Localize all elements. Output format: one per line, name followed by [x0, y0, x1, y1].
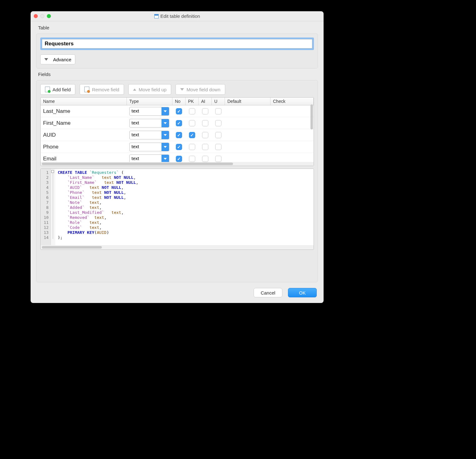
zoom-window-icon[interactable]	[47, 14, 51, 18]
pk-checkbox[interactable]	[189, 108, 195, 114]
fields-pane: Add field Remove field Move field up Mov…	[36, 80, 318, 282]
chevron-down-icon[interactable]	[161, 107, 169, 115]
chevron-down-icon[interactable]	[161, 155, 169, 162]
table-row[interactable]: AUIDtext	[41, 129, 314, 141]
close-window-icon[interactable]	[34, 14, 38, 18]
field-type-combo[interactable]: text	[129, 107, 169, 116]
minimize-window-icon	[40, 14, 44, 18]
chevron-down-icon[interactable]	[161, 119, 169, 127]
sql-fold-gutter[interactable]	[51, 169, 55, 245]
advance-button[interactable]: Advance	[40, 54, 75, 64]
field-type-combo[interactable]: text	[129, 119, 169, 128]
add-field-label: Add field	[52, 87, 71, 92]
field-type-value: text	[130, 119, 161, 127]
notnull-checkbox[interactable]	[176, 144, 182, 150]
field-type-value: text	[130, 143, 161, 151]
field-name[interactable]: First_Name	[41, 120, 127, 126]
table-row[interactable]: Last_Nametext	[41, 105, 314, 117]
col-header-default[interactable]: Default	[225, 98, 270, 105]
unique-checkbox[interactable]	[215, 144, 221, 150]
col-header-u[interactable]: U	[212, 98, 225, 105]
sql-preview: 1 2 3 4 5 6 7 8 9 10 11 12 13 14 CREATE …	[40, 169, 314, 250]
notnull-checkbox[interactable]	[176, 156, 182, 162]
notnull-checkbox[interactable]	[176, 132, 182, 138]
pk-checkbox[interactable]	[189, 156, 195, 162]
sql-line-gutter: 1 2 3 4 5 6 7 8 9 10 11 12 13 14	[41, 169, 51, 245]
field-name[interactable]: Last_Name	[41, 108, 127, 114]
field-type-combo[interactable]: text	[129, 131, 169, 139]
remove-field-button[interactable]: Remove field	[80, 84, 124, 95]
unique-checkbox[interactable]	[215, 156, 221, 162]
ok-button[interactable]: OK	[288, 288, 317, 297]
remove-field-label: Remove field	[92, 87, 119, 92]
edit-table-window: Edit table definition Table Advance Fiel…	[31, 11, 324, 303]
window-title: Edit table definition	[161, 13, 200, 19]
unique-checkbox[interactable]	[215, 108, 221, 114]
field-type-combo[interactable]: text	[129, 154, 169, 162]
titlebar: Edit table definition	[31, 11, 324, 21]
move-down-button[interactable]: Move field down	[176, 84, 225, 95]
pk-checkbox[interactable]	[189, 132, 195, 138]
chevron-down-icon[interactable]	[161, 143, 169, 151]
table-row[interactable]: Phonetext	[41, 141, 314, 153]
col-header-ai[interactable]: AI	[199, 98, 212, 105]
pk-checkbox[interactable]	[189, 144, 195, 150]
add-field-button[interactable]: Add field	[40, 84, 75, 95]
sql-h-scrollbar[interactable]	[41, 245, 314, 250]
fields-grid: Name Type No PK AI U Default Check Last_…	[40, 97, 314, 166]
table-row[interactable]: First_Nametext	[41, 117, 314, 129]
fields-toolbar: Add field Remove field Move field up Mov…	[40, 84, 314, 95]
ai-checkbox[interactable]	[202, 120, 208, 126]
grid-header: Name Type No PK AI U Default Check	[41, 98, 314, 105]
add-icon	[45, 87, 50, 92]
col-header-pk[interactable]: PK	[186, 98, 199, 105]
field-type-value: text	[130, 107, 161, 115]
notnull-checkbox[interactable]	[176, 120, 182, 126]
triangle-up-icon	[133, 88, 136, 91]
triangle-down-icon	[180, 88, 184, 91]
col-header-no[interactable]: No	[172, 98, 186, 105]
window-controls	[34, 14, 51, 18]
table-name-focus-ring	[40, 38, 314, 50]
cancel-button[interactable]: Cancel	[254, 288, 282, 297]
ai-checkbox[interactable]	[202, 132, 208, 138]
unique-checkbox[interactable]	[215, 132, 221, 138]
fields-section-label: Fields	[38, 72, 318, 77]
advance-label: Advance	[53, 57, 71, 62]
col-header-check[interactable]: Check	[270, 98, 314, 105]
field-name[interactable]: Phone	[41, 144, 127, 150]
grid-v-scrollbar[interactable]	[310, 104, 313, 129]
remove-icon	[84, 87, 89, 92]
field-name[interactable]: AUID	[41, 132, 127, 138]
dialog-footer: Cancel OK	[31, 282, 324, 303]
table-name-input[interactable]	[42, 39, 312, 48]
table-row[interactable]: Emailtext	[41, 153, 314, 162]
field-type-value: text	[130, 155, 161, 162]
table-pane: Advance	[36, 33, 318, 68]
col-header-name[interactable]: Name	[41, 98, 127, 105]
chevron-down-icon	[44, 58, 48, 61]
ai-checkbox[interactable]	[202, 108, 208, 114]
move-down-label: Move field down	[186, 87, 220, 92]
table-section-label: Table	[38, 25, 318, 30]
grid-h-scrollbar[interactable]	[41, 162, 314, 166]
sql-code[interactable]: CREATE TABLE `Requesters` ( `Last_Name` …	[55, 169, 314, 245]
unique-checkbox[interactable]	[215, 120, 221, 126]
notnull-checkbox[interactable]	[176, 108, 182, 114]
table-icon	[154, 14, 159, 18]
fold-box-icon[interactable]	[51, 170, 54, 173]
chevron-down-icon[interactable]	[161, 131, 169, 139]
field-name[interactable]: Email	[41, 156, 127, 162]
move-up-label: Move field up	[139, 87, 166, 92]
col-header-type[interactable]: Type	[127, 98, 172, 105]
move-up-button[interactable]: Move field up	[128, 84, 171, 95]
ai-checkbox[interactable]	[202, 144, 208, 150]
field-type-combo[interactable]: text	[129, 143, 169, 151]
pk-checkbox[interactable]	[189, 120, 195, 126]
field-type-value: text	[130, 131, 161, 139]
ai-checkbox[interactable]	[202, 156, 208, 162]
